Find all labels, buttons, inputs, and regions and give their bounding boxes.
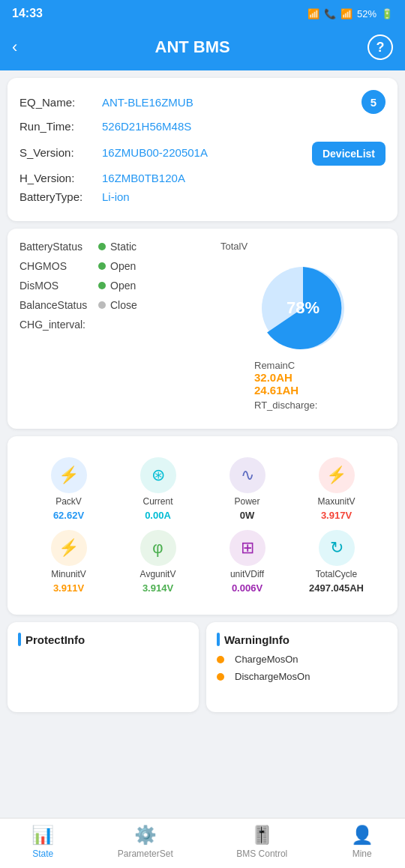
metrics-grid: ⚡PackV62.62V⊛Current0.00A∿Power0W⚡Maxuni… xyxy=(20,448,386,603)
metric-name-avgunitv: AvgunitV xyxy=(140,569,176,579)
metric-name-totalcycle: TotalCycle xyxy=(316,569,357,579)
metrics-card: ⚡PackV62.62V⊛Current0.00A∿Power0W⚡Maxuni… xyxy=(8,436,398,615)
protect-info-title: ProtectInfo xyxy=(18,633,188,646)
chginterval-row: CHG_interval: xyxy=(20,319,220,331)
label-chargemosOn: ChargeMosOn xyxy=(235,654,298,665)
dot-dismos xyxy=(98,282,106,289)
battery-icon: 🔋 xyxy=(381,8,393,19)
bottom-nav: 📊 State ⚙️ ParameterSet 🎚️ BMS Control 👤… xyxy=(0,818,405,868)
nav-bmscontrol-icon: 🎚️ xyxy=(250,825,273,846)
metric-icon-maxunitv: ⚡ xyxy=(319,457,355,493)
pie-percent: 78% xyxy=(286,298,320,318)
metric-item-current[interactable]: ⊛Current0.00A xyxy=(115,457,201,521)
help-button[interactable]: ? xyxy=(368,34,393,60)
back-button[interactable]: ‹ xyxy=(12,37,17,57)
status-right: TotalV 78% RemainC 32.0 xyxy=(220,241,386,417)
metric-icon-power: ∿ xyxy=(230,457,266,493)
info-row-eqname: EQ_Name: ANT-BLE16ZMUB 5 xyxy=(20,90,386,114)
metric-item-minunitv[interactable]: ⚡MinunitV3.911V xyxy=(26,530,112,594)
metric-item-avgunitv[interactable]: φAvgunitV3.914V xyxy=(115,530,201,594)
nav-parameterset[interactable]: ⚙️ ParameterSet xyxy=(118,825,173,859)
metric-name-minunitv: MinunitV xyxy=(51,569,86,579)
info-card: EQ_Name: ANT-BLE16ZMUB 5 Run_Time: 526D2… xyxy=(8,78,398,221)
metric-value-power: 0W xyxy=(240,510,255,521)
warning-item-1: DischargeMosOn xyxy=(217,671,387,682)
pie-chart: 78% xyxy=(254,259,352,357)
badge-5: 5 xyxy=(362,90,386,114)
wifi-icon: 📶 xyxy=(308,8,320,19)
nav-state[interactable]: 📊 State xyxy=(32,825,54,859)
protect-title-text: ProtectInfo xyxy=(26,633,85,646)
totalv-label: TotalV xyxy=(220,241,248,252)
warning-title-text: WarningInfo xyxy=(224,633,290,646)
value-batterytype: Li-ion xyxy=(102,190,130,203)
warning-title-bar xyxy=(217,633,220,646)
metric-value-maxunitv: 3.917V xyxy=(321,510,352,521)
metric-value-packv: 62.62V xyxy=(53,510,84,521)
metric-value-current: 0.00A xyxy=(145,510,171,521)
nav-mine-label: Mine xyxy=(352,849,372,859)
protect-title-bar xyxy=(18,633,21,646)
signal-icon: 📶 xyxy=(340,8,352,19)
label-dismos: DisMOS xyxy=(20,280,98,292)
nav-mine[interactable]: 👤 Mine xyxy=(351,825,374,859)
metric-name-maxunitv: MaxunitV xyxy=(317,496,355,507)
metric-icon-totalcycle: ↻ xyxy=(319,530,355,566)
nav-state-icon: 📊 xyxy=(32,825,54,846)
label-chginterval: CHG_interval: xyxy=(20,319,98,331)
nav-state-label: State xyxy=(32,849,53,859)
nav-parameterset-icon: ⚙️ xyxy=(134,825,157,846)
metric-item-totalcycle[interactable]: ↻TotalCycle2497.045AH xyxy=(293,530,380,594)
label-dischargemosOn: DischargeMosOn xyxy=(235,671,310,682)
metric-value-unitvdiff: 0.006V xyxy=(232,582,262,594)
metric-item-power[interactable]: ∿Power0W xyxy=(204,457,290,521)
metric-icon-avgunitv: φ xyxy=(140,530,176,566)
metric-item-unitvdiff[interactable]: ⊞unitVDiff0.006V xyxy=(204,530,290,594)
total-ah: 32.0AH xyxy=(254,371,317,384)
metric-item-maxunitv[interactable]: ⚡MaxunitV3.917V xyxy=(293,457,380,521)
warning-info-card: WarningInfo ChargeMosOn DischargeMosOn xyxy=(206,622,398,712)
value-eqname: ANT-BLE16ZMUB xyxy=(102,96,194,109)
info-row-batterytype: BatteryType: Li-ion xyxy=(20,190,386,203)
dismos-row: DisMOS Open xyxy=(20,280,220,292)
metric-item-packv[interactable]: ⚡PackV62.62V xyxy=(26,457,112,521)
page-title: ANT BMS xyxy=(155,37,230,57)
val-chgmos: Open xyxy=(110,260,136,272)
metric-name-current: Current xyxy=(142,496,172,507)
val-dismos: Open xyxy=(110,280,136,292)
call-icon: 📞 xyxy=(324,8,336,19)
metric-icon-unitvdiff: ⊞ xyxy=(230,530,266,566)
dot-balancestatus xyxy=(98,301,106,309)
dot-chargemosOn xyxy=(217,656,224,663)
val-batterystatus: Static xyxy=(110,241,136,253)
info-row-runtime: Run_Time: 526D21H56M48S xyxy=(20,120,386,133)
remainc-label: RemainC xyxy=(254,360,317,371)
protect-info-card: ProtectInfo xyxy=(8,622,199,712)
info-row-hversion: H_Version: 16ZMB0TB120A xyxy=(20,172,386,184)
nav-bmscontrol-label: BMS Control xyxy=(236,849,287,859)
info-rows: EQ_Name: ANT-BLE16ZMUB 5 Run_Time: 526D2… xyxy=(20,90,386,209)
status-left: BatteryStatus Static CHGMOS Open DisMOS … xyxy=(20,241,220,417)
pie-container: 78% RemainC 32.0AH 24.61AH RT_discharge: xyxy=(254,253,352,417)
device-list-button[interactable]: DeviceList xyxy=(312,142,386,166)
status-icons: 📶 📞 📶 52% 🔋 xyxy=(308,8,393,19)
value-runtime: 526D21H56M48S xyxy=(102,120,191,133)
metric-icon-minunitv: ⚡ xyxy=(51,530,87,566)
label-sversion: S_Version: xyxy=(20,146,102,159)
label-batterytype: BatteryType: xyxy=(20,190,102,203)
nav-parameterset-label: ParameterSet xyxy=(118,849,173,859)
label-hversion: H_Version: xyxy=(20,172,102,184)
dot-batterystatus xyxy=(98,243,106,250)
app-header: ‹ ANT BMS ? xyxy=(0,27,405,70)
label-eqname: EQ_Name: xyxy=(20,96,102,109)
nav-bmscontrol[interactable]: 🎚️ BMS Control xyxy=(236,825,287,859)
value-sversion: 16ZMUB00-220501A xyxy=(102,146,208,159)
balancestatus-row: BalanceStatus Close xyxy=(20,299,220,311)
warning-info-title: WarningInfo xyxy=(217,633,387,646)
metric-icon-packv: ⚡ xyxy=(51,457,87,493)
remain-info: RemainC 32.0AH 24.61AH RT_discharge: xyxy=(254,360,317,411)
val-balancestatus: Close xyxy=(110,299,137,311)
metric-icon-current: ⊛ xyxy=(140,457,176,493)
info-sections: ProtectInfo WarningInfo ChargeMosOn Disc… xyxy=(8,622,398,712)
dot-dischargemosOn xyxy=(217,673,224,681)
